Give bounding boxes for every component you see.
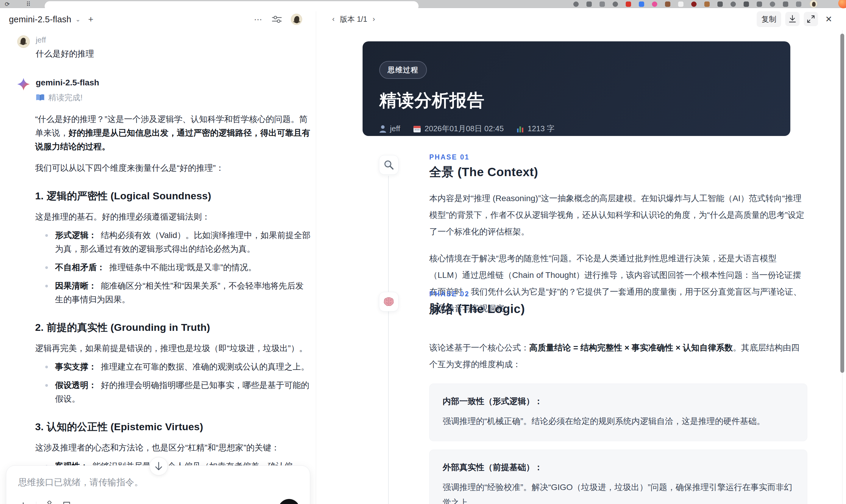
browser-corner-icon[interactable] [838,0,846,8]
assistant-name: gemini-2.5-flash [36,78,312,88]
extension-icon[interactable] [626,1,631,7]
artifact-toolbar: ‹ 版本 1/1 › 复制 ✕ [316,8,846,30]
section-heading: 3. 认知的公正性 (Epistemic Virtues) [35,420,312,434]
phase-paragraphs: 本内容是对“推理 (Reasoning)”这一抽象概念的高层建模。在知识爆炸与人… [429,190,807,317]
logic-card: 外部真实性（前提基础）：强调推理的“经验校准”。解决“GIGO（垃圾进，垃圾出）… [429,450,807,504]
book-icon [36,94,45,101]
scroll-to-bottom-button[interactable] [149,457,168,475]
apps-grid-icon[interactable]: ⠿ [26,1,31,8]
divider [36,502,36,504]
brain-icon [379,292,399,311]
close-button[interactable]: ✕ [822,13,835,25]
assistant-status-text: 精读完成! [48,92,83,103]
logic-card: 内部一致性（形式逻辑）：强调推理的“机械正确”。结论必须在给定的规则系统内逻辑自… [429,383,807,441]
user-message: jeff 什么是好的推理 [17,35,312,59]
extension-icon[interactable] [586,1,592,7]
user-avatar [17,35,30,48]
browser-chrome: ⟳ ⠿ [0,0,846,8]
chat-panel: gemini-2.5-flash ⌄ + ⋯ jeff [0,8,316,504]
assistant-lead: 我们可以从以下四个维度来衡量什么是“好的推理”： [35,161,312,175]
logic-cards: 内部一致性（形式逻辑）：强调推理的“机械正确”。结论必须在给定的规则系统内逻辑自… [429,383,807,504]
extension-icon[interactable] [718,1,723,7]
screen: ⟳ ⠿ gemini-2.5-flash ⌄ + ⋯ [0,0,846,504]
scrollbar-thumb[interactable] [840,34,844,373]
expand-icon [807,15,815,23]
composer-placeholder: 思维接口已就绪，请传输指令。 [18,476,143,488]
word-count-meta: 1213 字 [517,124,554,134]
extension-icon[interactable] [796,1,801,7]
bullet-item: 不自相矛盾： 推理链条中不能出现“既是又非”的情况。 [35,260,312,274]
bookmark-icon[interactable] [63,501,71,504]
extension-icon[interactable] [770,1,775,7]
more-menu-button[interactable]: ⋯ [254,15,263,24]
hero-badge: 思维过程 [379,61,427,79]
download-icon [789,15,796,23]
bullet-item: 事实支撑： 推理建立在可靠的数据、准确的观测或公认的真理之上。 [35,360,312,374]
copy-button[interactable]: 复制 [757,11,781,27]
section-desc: 这是推理的基石。好的推理必须遵循逻辑法则： [35,210,312,224]
extension-icon[interactable] [704,1,710,7]
section-heading: 2. 前提的真实性 (Grounding in Truth) [35,321,312,335]
report-title: 精读分析报告 [379,89,774,112]
reload-icon[interactable]: ⟳ [5,1,10,8]
model-selector[interactable]: gemini-2.5-flash [9,15,71,24]
version-label: 版本 1/1 [340,14,367,24]
extension-icon[interactable] [744,1,749,7]
address-bar[interactable] [45,1,419,11]
phase-paragraph: 本内容是对“推理 (Reasoning)”这一抽象概念的高层建模。在知识爆炸与人… [429,190,807,240]
extension-icon[interactable] [665,1,670,7]
extension-icon[interactable] [730,1,736,7]
report-meta: jeff 2026年01月08日 02:45 [379,124,774,134]
user-message-text: 什么是好的推理 [36,48,312,59]
extension-icon[interactable] [691,1,697,7]
bullet-item: 假设透明： 好的推理会明确指明哪些是已知事实，哪些是基于可能的假设。 [35,378,312,406]
chevron-down-icon[interactable]: ⌄ [76,16,81,23]
phase-lead: 该论述基于一个核心公式：高质量结论 = 结构完整性 × 事实准确性 × 认知自律… [429,340,807,373]
assistant-content: “什么是好的推理？”这是一个涉及逻辑学、认知科学和哲学核心的问题。简单来说，好的… [35,103,312,504]
expand-button[interactable] [804,12,818,26]
phase-title: 脉络 (The Logic) [429,301,525,317]
extension-icon[interactable] [600,1,605,7]
tune-icon[interactable] [272,15,282,24]
artifact-panel: ‹ 版本 1/1 › 复制 ✕ [316,8,846,504]
user-avatar[interactable] [291,14,302,25]
phase-label: PHASE 02 [429,290,470,298]
person-icon [379,125,386,133]
browser-profile-avatar[interactable] [810,0,817,8]
extension-icon[interactable] [757,1,762,7]
bar-chart-icon [517,125,524,133]
phase-label: PHASE 01 [429,153,470,161]
bullet-item: 形式逻辑： 结构必须有效（Valid）。比如演绎推理中，如果前提全部为真，那么通… [35,229,312,256]
artifact-body[interactable]: 思维过程 精读分析报告 jeff [316,30,846,504]
report-hero: 思维过程 精读分析报告 jeff [363,41,790,136]
extension-icon[interactable] [783,1,788,7]
assistant-message: gemini-2.5-flash 精读完成! [17,78,312,103]
version-next-button[interactable]: › [373,15,375,23]
extension-icon[interactable] [573,1,579,7]
section-desc: 这涉及推理者的心态和方法论，也是区分“杠精”和“思想家”的关键： [35,441,312,455]
author-meta: jeff [379,124,400,133]
download-button[interactable] [785,12,799,26]
magnifier-icon [379,155,399,175]
new-chat-button[interactable]: + [88,15,93,24]
voice-input-button[interactable] [278,499,300,504]
extension-toolbar [573,1,801,7]
arrow-down-icon [155,462,163,471]
extension-icon[interactable] [639,1,644,7]
phase-title: 全景 (The Context) [429,164,538,180]
version-prev-button[interactable]: ‹ [332,15,335,23]
chat-scroll-area[interactable]: jeff 什么是好的推理 [0,31,316,504]
assistant-intro: “什么是好的推理？”这是一个涉及逻辑学、认知科学和哲学核心的问题。简单来说，好的… [35,112,312,154]
extension-icon[interactable] [652,1,657,7]
section-heading: 1. 逻辑的严密性 (Logical Soundness) [35,189,312,203]
diamond-cluster-icon[interactable] [44,501,55,504]
assistant-status: 精读完成! [36,92,312,103]
attach-plus-icon[interactable] [18,502,28,504]
extension-icon[interactable] [613,1,618,7]
bullet-item: 因果清晰： 能准确区分“相关性”和“因果关系”，不会轻率地将先后发生的事情归为因… [35,279,312,306]
extension-icon[interactable] [678,1,684,7]
user-name: jeff [36,35,312,44]
phase-timeline [388,176,389,504]
date-meta: 2026年01月08日 02:45 [413,124,504,134]
gemini-star-icon [17,78,30,103]
